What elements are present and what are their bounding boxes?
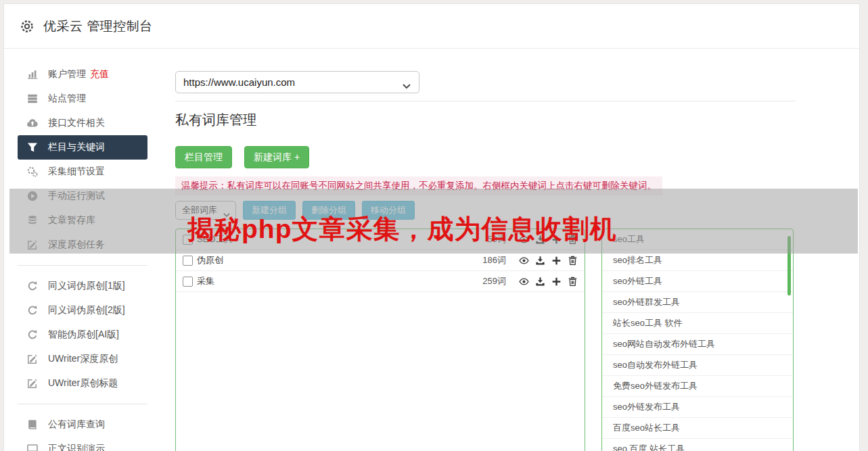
watermark-text: 揭秘php文章采集，成为信息收割机 [187,211,616,247]
thesaurus-checkbox[interactable] [183,256,193,266]
eye-icon[interactable] [518,255,529,266]
sidebar-item-label: 正文识别演示 [48,443,105,451]
keyword-item[interactable]: 百度seo站长工具 [602,418,793,439]
thesaurus-count: 259词 [482,275,506,287]
sidebar-divider [18,404,147,404]
sidebar-item-uwriter-title[interactable]: UWriter原创标题 [18,371,147,396]
sidebar-item-columns-keywords[interactable]: 栏目与关键词 [18,135,147,160]
book-icon [26,419,38,431]
keyword-item[interactable]: seo外链群发工具 [602,292,793,313]
cloud-upload-icon [26,118,38,129]
sidebar-item-label: 同义词伪原创[1版] [48,280,125,292]
keyword-item[interactable]: seo网站自动发布外链工具 [602,334,793,355]
thesaurus-name: 伪原创 [197,254,223,266]
keyword-item[interactable]: 站长seo工具 软件 [602,313,793,334]
sidebar-item-label: 智能伪原创[AI版] [48,329,119,341]
thesaurus-checkbox[interactable] [183,277,193,287]
download-icon[interactable] [534,255,545,266]
sidebar-item-account[interactable]: 账户管理 充值 [18,62,147,87]
gears-icon [26,166,38,178]
app-header: 优采云 管理控制台 [4,4,859,49]
sidebar-item-label: 栏目与关键词 [48,141,105,153]
sidebar-item-interface-files[interactable]: 接口文件相关 [18,111,147,135]
trash-icon[interactable] [567,255,578,266]
server-icon [26,93,38,105]
monitor-icon [26,444,38,451]
keyword-item[interactable]: 免费seo外链发布工具 [602,376,793,397]
site-select-value: https://www.ucaiyun.com [183,76,295,88]
plus-icon[interactable] [551,255,562,266]
keyword-item[interactable]: seo 百度 站长工具 [602,439,793,451]
thesaurus-panel: SEO工具 59词 伪原创 186词 [175,229,585,451]
refresh-icon [26,281,38,292]
bar-chart-icon [26,69,38,80]
section-divider [175,101,796,101]
filter-icon [26,142,38,153]
sidebar-item-label: 账户管理 [48,68,86,80]
site-select[interactable]: https://www.ucaiyun.com [175,71,419,93]
refresh-icon [26,305,38,316]
sidebar-item-label: UWriter深度原创 [48,353,118,365]
keyword-item[interactable]: seo外链工具 [602,271,793,292]
sidebar-item-label: 同义词伪原创[2版] [48,304,125,316]
app-window: 优采云 管理控制台 账户管理 充值 站点管理 接口文件相关 栏目与关键词 [0,0,868,451]
sidebar: 账户管理 充值 站点管理 接口文件相关 栏目与关键词 采集细节设置 手动运 [18,62,147,451]
edit-icon [26,378,38,389]
thesaurus-row: 采集 259词 [176,271,585,292]
sidebar-item-label: 采集细节设置 [48,166,105,178]
sidebar-item-label: 接口文件相关 [48,117,105,129]
chevron-down-icon [403,80,411,85]
primary-actions: 栏目管理 新建词库 + [175,146,309,168]
sidebar-item-sites[interactable]: 站点管理 [18,87,147,111]
sidebar-item-ai-rewrite[interactable]: 智能伪原创[AI版] [18,323,147,347]
sidebar-item-collect-settings[interactable]: 采集细节设置 [18,160,147,184]
keyword-panel: seo工具 seo排名工具 seo外链工具 seo外链群发工具 站长seo工具 … [601,229,794,451]
sidebar-item-synonym-rewrite-1[interactable]: 同义词伪原创[1版] [18,274,147,298]
download-icon[interactable] [534,276,545,287]
keyword-item[interactable]: seo自动发布外链工具 [602,355,793,376]
sidebar-item-label: UWriter原创标题 [48,377,118,389]
sidebar-item-label: 公有词库查询 [48,419,105,431]
keyword-item[interactable]: seo外链发布工具 [602,397,793,418]
page-title: 私有词库管理 [175,111,256,129]
sidebar-item-synonym-rewrite-2[interactable]: 同义词伪原创[2版] [18,298,147,323]
sidebar-divider [18,265,147,266]
recharge-link[interactable]: 充值 [90,68,109,80]
column-manage-button[interactable]: 栏目管理 [175,146,232,168]
app-title: 优采云 管理控制台 [43,18,153,35]
gear-icon [20,19,35,34]
edit-icon [26,354,38,365]
trash-icon[interactable] [567,276,578,287]
sidebar-item-content-recognition[interactable]: 正文识别演示 [18,437,147,451]
thesaurus-count: 186词 [482,254,506,266]
sidebar-item-label: 站点管理 [48,93,86,105]
eye-icon[interactable] [518,276,529,287]
thesaurus-name: 采集 [197,275,214,287]
plus-icon[interactable] [551,276,562,287]
refresh-icon [26,329,38,341]
new-thesaurus-button[interactable]: 新建词库 + [244,146,309,168]
sidebar-item-public-thesaurus[interactable]: 公有词库查询 [18,412,147,437]
sidebar-item-uwriter-deep[interactable]: UWriter深度原创 [18,347,147,371]
